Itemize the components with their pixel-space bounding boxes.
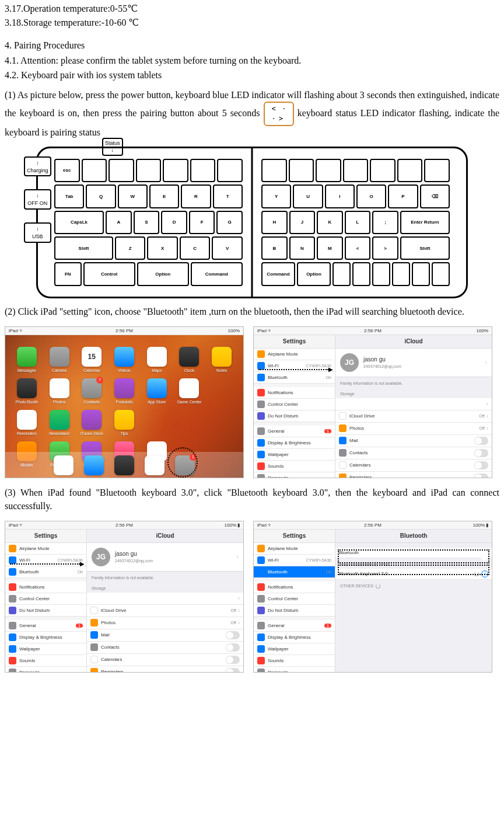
sidebar-item-airplane-mode[interactable]: Airplane Mode xyxy=(254,349,335,360)
sidebar-item-wallpaper[interactable]: Wallpaper xyxy=(254,449,335,461)
sidebar-item-notifications[interactable]: Notifications xyxy=(5,582,86,593)
sidebar-item-display---brightness[interactable]: Display & Brightness xyxy=(254,632,335,643)
app-label: iTunes Store xyxy=(80,431,103,437)
bluetooth-highlight-arrow xyxy=(10,563,80,565)
app-tips[interactable]: Tips xyxy=(110,410,139,437)
sidebar-item-passcode[interactable]: Passcode xyxy=(5,667,86,673)
toggle[interactable] xyxy=(474,437,488,445)
toggle[interactable] xyxy=(474,461,488,469)
icloud-profile[interactable]: JG jason gu 249374012@qq.com › xyxy=(87,543,243,572)
icloud-item-reminders[interactable]: Reminders xyxy=(335,472,492,478)
app-newsstand[interactable]: Newsstand xyxy=(45,410,74,437)
icloud-item-icloud-drive[interactable]: iCloud DriveOff› xyxy=(335,410,492,423)
icloud-item-mail[interactable]: Mail xyxy=(87,629,243,642)
key: Y xyxy=(261,184,291,208)
sidebar-item-do-not-disturb[interactable]: Do Not Disturb xyxy=(254,410,335,422)
sidebar-item-control-center[interactable]: Control Center xyxy=(254,399,335,410)
sidebar-item-passcode[interactable]: Passcode xyxy=(254,472,335,478)
sidebar-item-label: Sounds xyxy=(268,657,284,664)
toggle[interactable] xyxy=(226,643,240,652)
sidebar-item-wi-fi[interactable]: Wi-FiCYWIFI-5A36 xyxy=(5,555,86,566)
key xyxy=(432,262,450,286)
sidebar-item-notifications[interactable]: Notifications xyxy=(254,387,335,399)
icloud-profile[interactable]: JG jason gu 249374012@qq.com › xyxy=(335,349,492,377)
dock-app-safari[interactable] xyxy=(54,455,74,475)
storage-row[interactable]: › xyxy=(335,398,492,410)
app-podcasts[interactable]: Podcasts xyxy=(110,378,139,405)
sidebar-item-sounds[interactable]: Sounds xyxy=(254,461,335,472)
sidebar-item-notifications[interactable]: Notifications xyxy=(254,582,335,593)
sidebar-item-bluetooth[interactable]: BluetoothOn xyxy=(254,372,335,384)
icloud-item-calendars[interactable]: Calendars xyxy=(87,654,243,666)
app-photos[interactable]: Photos xyxy=(45,378,74,405)
app-label: Game Center xyxy=(177,399,201,405)
storage-row[interactable]: › xyxy=(87,593,243,605)
wifi-indicator: iPad ᯤ xyxy=(257,522,272,528)
app-app-store[interactable]: App Store xyxy=(142,378,172,405)
icloud-item-photos[interactable]: PhotosOff› xyxy=(335,423,492,435)
sidebar-item-wallpaper[interactable]: Wallpaper xyxy=(254,643,335,655)
toggle[interactable] xyxy=(474,474,488,478)
app-notes[interactable]: Notes xyxy=(207,347,236,374)
icloud-item-contacts[interactable]: Contacts xyxy=(335,447,492,459)
key: W xyxy=(118,184,148,208)
app-calendar[interactable]: 15Calendar xyxy=(77,347,106,374)
sidebar-item-wallpaper[interactable]: Wallpaper xyxy=(5,643,86,655)
sidebar-item-wi-fi[interactable]: Wi-FiCYWIFI-5A36 xyxy=(254,555,335,566)
bluetooth-icon xyxy=(257,374,265,381)
toggle[interactable] xyxy=(226,668,240,673)
app-maps[interactable]: Maps xyxy=(142,347,172,374)
icloud-item-calendars[interactable]: Calendars xyxy=(335,459,492,472)
toggle[interactable] xyxy=(474,449,488,457)
key: Command xyxy=(261,262,295,286)
sidebar-item-display---brightness[interactable]: Display & Brightness xyxy=(5,632,86,643)
sidebar-item-do-not-disturb[interactable]: Do Not Disturb xyxy=(254,605,335,617)
step-3-paragraph: (3) When iPad found "Bluetooth keyboard … xyxy=(5,486,499,513)
sidebar-item-bluetooth[interactable]: BluetoothOn xyxy=(5,566,86,578)
sidebar-item-general[interactable]: General1 xyxy=(254,426,335,437)
app-photo-booth[interactable]: Photo Booth xyxy=(12,378,41,405)
battery-indicator: 100% xyxy=(477,328,488,334)
app-icon xyxy=(147,347,167,367)
wifi-indicator: iPad ᯤ xyxy=(9,328,24,334)
icloud-item-mail[interactable]: Mail xyxy=(335,435,492,447)
app-contacts[interactable]: 7Contacts xyxy=(77,378,106,405)
sidebar-item-sounds[interactable]: Sounds xyxy=(254,655,335,667)
status-bar: iPad ᯤ 2:56 PM 100%▮ xyxy=(5,521,243,530)
sidebar-item-bluetooth[interactable]: BluetoothOn xyxy=(254,566,335,578)
toggle[interactable] xyxy=(226,631,240,639)
sidebar-item-display---brightness[interactable]: Display & Brightness xyxy=(254,437,335,449)
app-game-center[interactable]: Game Center xyxy=(175,378,204,405)
app-camera[interactable]: Camera xyxy=(45,347,74,374)
sidebar-item-general[interactable]: General1 xyxy=(5,620,86,632)
sidebar-item-do-not-disturb[interactable]: Do Not Disturb xyxy=(5,605,86,617)
app-icon xyxy=(17,347,37,367)
app-clock[interactable]: Clock xyxy=(175,347,204,374)
icloud-item-icloud-drive[interactable]: iCloud DriveOff› xyxy=(87,605,243,617)
app-videos[interactable]: Videos xyxy=(110,347,139,374)
sidebar-item-control-center[interactable]: Control Center xyxy=(5,593,86,605)
dock-app-mail[interactable] xyxy=(84,455,104,475)
icloud-item-reminders[interactable]: Reminders xyxy=(87,666,243,673)
key: K xyxy=(317,211,343,234)
dock-app-music[interactable] xyxy=(145,455,164,475)
sidebar-item-airplane-mode[interactable]: Airplane Mode xyxy=(254,543,335,555)
key: F xyxy=(189,211,215,234)
icloud-item-contacts[interactable]: Contacts xyxy=(87,642,243,654)
screenshot-row-2: iPad ᯤ 2:56 PM 100%▮ Settings Airplane M… xyxy=(5,521,499,673)
sidebar-item-sounds[interactable]: Sounds xyxy=(5,655,86,667)
key: < xyxy=(345,236,371,260)
toggle[interactable] xyxy=(226,656,240,664)
app-messages[interactable]: Messages xyxy=(12,347,41,374)
app-reminders[interactable]: Reminders xyxy=(12,410,41,437)
sidebar-item-airplane-mode[interactable]: Airplane Mode xyxy=(5,543,86,555)
sidebar-item-label: Bluetooth xyxy=(19,569,39,575)
sidebar-item-control-center[interactable]: Control Center xyxy=(254,593,335,605)
sidebar-item-passcode[interactable]: Passcode xyxy=(254,667,335,673)
icloud-item-photos[interactable]: PhotosOff› xyxy=(87,617,243,629)
app-itunes-store[interactable]: iTunes Store xyxy=(77,410,106,437)
sidebar-item-wi-fi[interactable]: Wi-FiCYWIFI-5A36 xyxy=(254,360,335,372)
dock-app-videos[interactable] xyxy=(114,455,134,475)
calendars-icon xyxy=(90,656,98,663)
sidebar-item-general[interactable]: General1 xyxy=(254,620,335,632)
